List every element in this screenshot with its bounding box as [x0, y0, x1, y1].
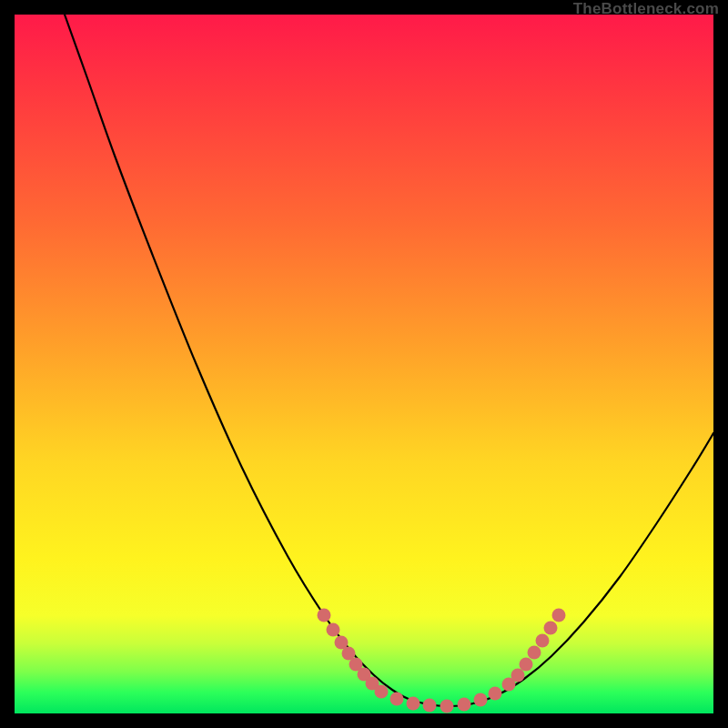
data-dot	[318, 609, 331, 622]
data-dot	[511, 669, 525, 682]
data-dot	[458, 698, 471, 712]
data-dot	[407, 697, 420, 711]
bottleneck-curve	[65, 15, 713, 706]
dot-cluster	[318, 609, 566, 713]
data-dot	[544, 622, 558, 635]
data-dot	[528, 646, 541, 660]
data-dot	[390, 693, 404, 706]
data-dot	[520, 658, 533, 672]
data-dot	[536, 634, 550, 648]
data-dot	[552, 609, 566, 622]
data-dot	[440, 700, 454, 713]
curve-layer	[15, 15, 713, 713]
data-dot	[327, 623, 340, 637]
data-dot	[474, 693, 488, 707]
data-dot	[375, 685, 389, 699]
chart-frame: TheBottleneck.com	[15, 15, 713, 713]
data-dot	[489, 687, 502, 701]
data-dot	[423, 699, 437, 713]
